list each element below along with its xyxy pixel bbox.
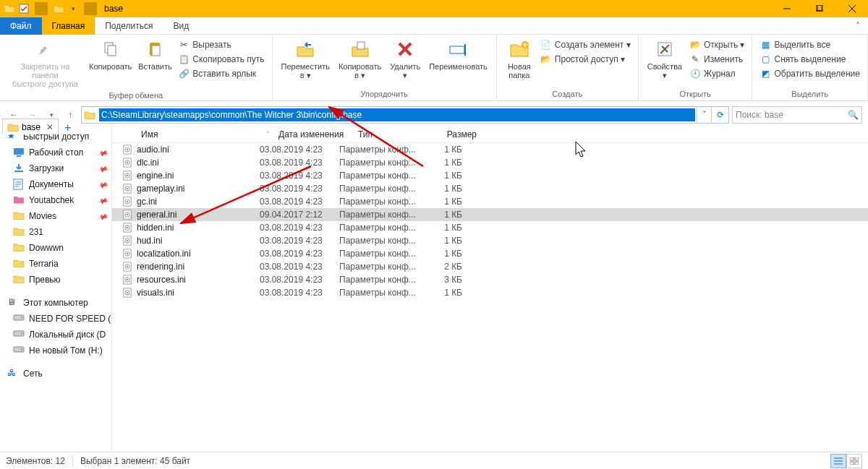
rename-button[interactable]: Переименовать <box>425 36 492 72</box>
copy-path-button[interactable]: 📋Скопировать путь <box>175 52 267 66</box>
file-list-pane: Имя˄ Дата изменения Тип Размер audio.ini… <box>112 126 868 452</box>
paste-button[interactable]: Вставить <box>135 36 175 72</box>
invert-icon: ◩ <box>760 68 771 79</box>
navigation-pane[interactable]: ★ Быстрый доступ Рабочий стол📌Загрузки📌Д… <box>0 126 112 452</box>
sidebar-item[interactable]: Загрузки📌 <box>0 160 111 176</box>
ini-file-icon <box>122 210 134 220</box>
sidebar-drive[interactable]: Не новый Том (H:) <box>0 343 111 358</box>
paste-shortcut-button[interactable]: 🔗Вставить ярлык <box>175 66 267 81</box>
qat-checkbox-icon[interactable] <box>17 2 30 15</box>
file-row[interactable]: general.ini09.04.2017 2:12Параметры конф… <box>112 208 868 221</box>
tab-home[interactable]: Главная <box>42 17 95 35</box>
refresh-button[interactable]: ⟳ <box>711 107 728 123</box>
svg-rect-12 <box>14 148 24 155</box>
file-row[interactable]: audio.ini03.08.2019 4:23Параметры конф..… <box>112 143 868 156</box>
nav-row: ← → ▾ ↑ C:\SteamLibrary\steamapps\common… <box>0 104 868 126</box>
this-pc-header[interactable]: 🖥 Этот компьютер <box>0 295 111 311</box>
address-dropdown-icon[interactable]: ˅ <box>697 107 711 123</box>
delete-button[interactable]: Удалить ▾ <box>386 36 425 81</box>
file-row[interactable]: localization.ini03.08.2019 4:23Параметры… <box>112 247 868 260</box>
ribbon: Закрепить на панели быстрого доступа Коп… <box>0 35 868 101</box>
tab-share[interactable]: Поделиться <box>95 17 163 35</box>
address-path[interactable]: C:\SteamLibrary\steamapps\common\The Wit… <box>99 108 695 121</box>
new-tab-button[interactable]: + <box>59 121 77 134</box>
maximize-button[interactable] <box>803 0 835 17</box>
collapse-ribbon-button[interactable]: ˄ <box>848 17 868 34</box>
svg-point-56 <box>127 292 128 293</box>
column-name[interactable]: Имя˄ <box>137 126 274 142</box>
properties-icon <box>653 38 676 61</box>
status-item-count: Элементов: 12 <box>6 456 65 466</box>
search-input[interactable]: Поиск: base 🔍 <box>732 106 862 124</box>
address-bar[interactable]: C:\SteamLibrary\steamapps\common\The Wit… <box>81 106 729 124</box>
close-button[interactable] <box>835 0 868 17</box>
network-header[interactable]: 🖧 Сеть <box>0 366 111 382</box>
sidebar-drive[interactable]: NEED FOR SPEED (G <box>0 311 111 327</box>
svg-point-38 <box>127 214 128 215</box>
svg-rect-1 <box>816 5 822 11</box>
invert-selection-button[interactable]: ◩Обратить выделение <box>757 66 863 81</box>
nav-icon <box>13 226 25 238</box>
selectall-icon: ▦ <box>760 39 771 51</box>
open-button[interactable]: 📂Открыть ▾ <box>686 38 747 52</box>
details-view-button[interactable] <box>830 454 846 468</box>
pin-quick-access-button[interactable]: Закрепить на панели быстрого доступа <box>4 36 86 90</box>
minimize-button[interactable] <box>770 0 803 17</box>
group-clipboard-label: Буфер обмена <box>4 90 268 102</box>
select-all-button[interactable]: ▦Выделить все <box>757 38 863 52</box>
copy-button[interactable]: Копировать <box>86 36 135 72</box>
new-item-button[interactable]: 📄Создать элемент ▾ <box>537 38 634 52</box>
move-to-button[interactable]: Переместить в ▾ <box>277 36 334 81</box>
file-row[interactable]: gameplay.ini03.08.2019 4:23Параметры кон… <box>112 182 868 195</box>
column-date[interactable]: Дата изменения <box>274 126 354 142</box>
svg-rect-9 <box>464 44 466 56</box>
title-bar: ▾ base <box>0 0 868 17</box>
qat-dropdown-icon[interactable]: ▾ <box>67 2 80 15</box>
sidebar-item[interactable]: Превью <box>0 272 111 288</box>
copy-to-button[interactable]: Копировать в ▾ <box>334 36 386 81</box>
edit-button[interactable]: ✎Изменить <box>686 52 747 66</box>
cut-button[interactable]: ✂Вырезать <box>175 38 267 52</box>
tab-view[interactable]: Вид <box>163 17 199 35</box>
file-row[interactable]: resources.ini03.08.2019 4:23Параметры ко… <box>112 273 868 286</box>
close-tab-icon[interactable]: ✕ <box>43 122 54 132</box>
column-size[interactable]: Размер <box>433 126 484 142</box>
easy-access-button[interactable]: 📂Простой доступ ▾ <box>537 52 634 66</box>
history-button[interactable]: 🕘Журнал <box>686 66 747 81</box>
sidebar-item[interactable]: Youtabchek📌 <box>0 192 111 208</box>
sidebar-item[interactable]: Документы📌 <box>0 176 111 192</box>
file-row[interactable]: gc.ini03.08.2019 4:23Параметры конф...1 … <box>112 195 868 208</box>
column-type[interactable]: Тип <box>354 126 433 142</box>
svg-rect-7 <box>357 42 365 49</box>
rename-icon <box>447 38 470 61</box>
sidebar-item[interactable]: 231 <box>0 224 111 240</box>
sidebar-item[interactable]: Terraria <box>0 256 111 272</box>
ini-file-icon <box>122 262 134 272</box>
properties-button[interactable]: Свойства ▾ <box>643 36 686 81</box>
svg-rect-8 <box>450 46 464 53</box>
file-row[interactable]: engine.ini03.08.2019 4:23Параметры конф.… <box>112 169 868 182</box>
ini-file-icon <box>122 275 134 285</box>
file-row[interactable]: rendering.ini03.08.2019 4:23Параметры ко… <box>112 260 868 273</box>
new-folder-button[interactable]: Новая папка <box>501 36 537 81</box>
tab-file[interactable]: Файл <box>0 17 42 35</box>
svg-rect-58 <box>855 457 859 460</box>
sidebar-item[interactable]: Рабочий стол📌 <box>0 145 111 160</box>
file-row[interactable]: hud.ini03.08.2019 4:23Параметры конф...1… <box>112 234 868 247</box>
svg-point-41 <box>127 227 128 228</box>
sidebar-item[interactable]: Dowwwn <box>0 240 111 256</box>
select-none-button[interactable]: ▢Снять выделение <box>757 52 863 66</box>
drive-icon <box>13 345 25 356</box>
folder-tab[interactable]: base ✕ <box>2 119 59 134</box>
window-title: base <box>100 4 123 14</box>
nav-icon <box>13 194 25 206</box>
file-row[interactable]: visuals.ini03.08.2019 4:23Параметры конф… <box>112 286 868 299</box>
status-bar: Элементов: 12 Выбран 1 элемент: 45 байт <box>0 452 868 469</box>
icons-view-button[interactable] <box>846 454 862 468</box>
sidebar-item[interactable]: Movies📌 <box>0 208 111 224</box>
file-row[interactable]: hidden.ini03.08.2019 4:23Параметры конф.… <box>112 221 868 234</box>
file-row[interactable]: dlc.ini03.08.2019 4:23Параметры конф...1… <box>112 156 868 169</box>
svg-rect-59 <box>850 462 854 465</box>
qat-folder-icon[interactable] <box>52 2 65 15</box>
sidebar-drive[interactable]: Локальный диск (D <box>0 327 111 343</box>
